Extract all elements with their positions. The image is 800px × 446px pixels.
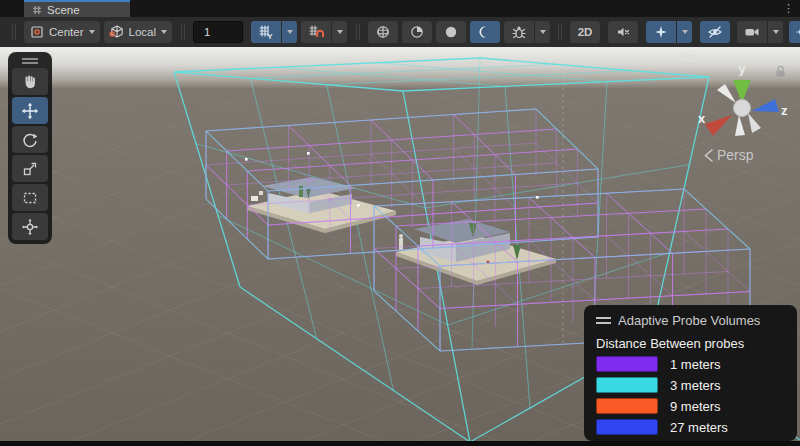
scene-visibility-button[interactable]: [436, 21, 466, 43]
scene-toolbar: Center Local Y: [0, 17, 800, 47]
pivot-mode-button[interactable]: Center: [24, 21, 100, 43]
legend-label-3m: 3 meters: [670, 378, 721, 393]
orientation-mode-label: Local: [129, 26, 157, 38]
swatch-27m: [596, 419, 658, 435]
rect-tool-button[interactable]: [12, 184, 48, 211]
axis-x-cone[interactable]: [705, 115, 732, 136]
swatch-1m: [596, 356, 658, 372]
legend-label-27m: 27 meters: [670, 420, 728, 435]
video-camera-icon: [744, 24, 760, 40]
tab-scene-label: Scene: [47, 4, 80, 16]
crescent-moon-icon: [477, 24, 493, 40]
toolbar-separator: [181, 24, 185, 40]
effects-star-icon: [653, 24, 669, 40]
legend-row: 1 meters: [596, 356, 785, 372]
legend-row: 3 meters: [596, 377, 785, 393]
chevron-down-icon: [89, 30, 95, 34]
swatch-3m: [596, 377, 658, 393]
legend-drag-handle[interactable]: [596, 317, 611, 324]
sky: [0, 47, 800, 88]
axis-z-cone[interactable]: [752, 99, 779, 112]
grid-magnet-icon: [308, 24, 324, 40]
legend-label-1m: 1 meters: [670, 357, 721, 372]
rotate-tool-button[interactable]: [12, 126, 48, 153]
scene-effects-button[interactable]: [646, 21, 676, 43]
hand-icon: [21, 73, 39, 91]
grid-hash-icon: [32, 5, 42, 15]
toolbar-separator: [356, 24, 360, 40]
axis-y-label: y: [739, 61, 747, 76]
orientation-mode-button[interactable]: Local: [104, 21, 173, 43]
toolbar-separator: [558, 24, 562, 40]
move-icon: [21, 102, 39, 120]
rect-icon: [21, 189, 39, 207]
scene-camera-button[interactable]: [737, 21, 767, 43]
snap-increment-button[interactable]: [301, 21, 331, 43]
grid-y-icon: Y: [258, 24, 274, 40]
local-cube-icon: [109, 24, 125, 40]
axis-x-label: x: [698, 111, 706, 126]
audio-mute-button[interactable]: [608, 21, 638, 43]
sphere-quadrant-icon: [409, 24, 425, 40]
tools-drag-handle[interactable]: [12, 56, 48, 66]
legend-subtitle: Distance Between probes: [596, 336, 785, 351]
move-snap-input[interactable]: [193, 21, 243, 43]
projection-toggle[interactable]: Persp: [704, 147, 754, 163]
toolbar-drag-handle[interactable]: [12, 24, 16, 40]
scene-effects-dropdown[interactable]: [677, 21, 692, 43]
grid-visibility-dropdown[interactable]: [282, 21, 297, 43]
pivot-mode-label: Center: [49, 26, 84, 38]
bug-icon: [511, 24, 527, 40]
rotate-icon: [21, 131, 39, 149]
shading-wireframe-button[interactable]: [368, 21, 398, 43]
chevron-left-icon: [704, 148, 714, 163]
grid-visibility-button[interactable]: Y: [251, 21, 281, 43]
hidden-objects-button[interactable]: [700, 21, 730, 43]
axis-negative-cone[interactable]: [717, 84, 736, 103]
view-2d-label: 2D: [578, 26, 593, 38]
svg-text:Y: Y: [268, 32, 273, 40]
tab-scene[interactable]: Scene: [24, 0, 130, 17]
pivot-center-icon: [29, 24, 45, 40]
gizmo-target-icon: [796, 24, 800, 40]
move-tool-button[interactable]: [12, 97, 48, 124]
debug-draw-dropdown[interactable]: [535, 21, 550, 43]
speaker-muted-icon: [615, 24, 631, 40]
tab-bar: Scene ⋮: [0, 0, 800, 17]
gizmos-toggle-button[interactable]: [789, 21, 800, 43]
transform-icon: [21, 218, 39, 236]
window-bottom-edge: [0, 441, 800, 446]
scene-camera-dropdown[interactable]: [768, 21, 783, 43]
debug-draw-button[interactable]: [504, 21, 534, 43]
tools-overlay: [8, 52, 52, 244]
unity-scene-window: Scene ⋮ Center Local: [0, 0, 800, 446]
swatch-9m: [596, 398, 658, 414]
projection-label: Persp: [717, 147, 754, 163]
view-2d-button[interactable]: 2D: [570, 21, 600, 43]
scale-icon: [21, 160, 39, 178]
chevron-down-icon: [161, 30, 167, 34]
snap-increment-dropdown[interactable]: [332, 21, 347, 43]
scene-viewport[interactable]: y x z Persp Adaptive Probe Volumes Dista…: [0, 47, 800, 441]
eye-slash-icon: [707, 24, 723, 40]
legend-title: Adaptive Probe Volumes: [618, 313, 760, 328]
hand-tool-button[interactable]: [12, 68, 48, 95]
gizmo-hub[interactable]: [734, 100, 751, 117]
orientation-gizmo[interactable]: y x z: [692, 55, 792, 150]
filled-circle-icon: [443, 24, 459, 40]
scene-lighting-button[interactable]: [470, 21, 500, 43]
axis-negative-cone[interactable]: [735, 115, 745, 136]
sphere-wireframe-icon: [375, 24, 391, 40]
legend-row: 27 meters: [596, 419, 785, 435]
legend-row: 9 meters: [596, 398, 785, 414]
axis-z-label: z: [781, 103, 788, 118]
axis-negative-cone[interactable]: [748, 113, 761, 133]
overflow-menu-button[interactable]: ⋮: [783, 0, 794, 17]
legend-label-9m: 9 meters: [670, 399, 721, 414]
transform-tool-button[interactable]: [12, 213, 48, 240]
scale-tool-button[interactable]: [12, 155, 48, 182]
apv-legend-panel: Adaptive Probe Volumes Distance Between …: [584, 305, 797, 441]
shading-mode-button[interactable]: [402, 21, 432, 43]
